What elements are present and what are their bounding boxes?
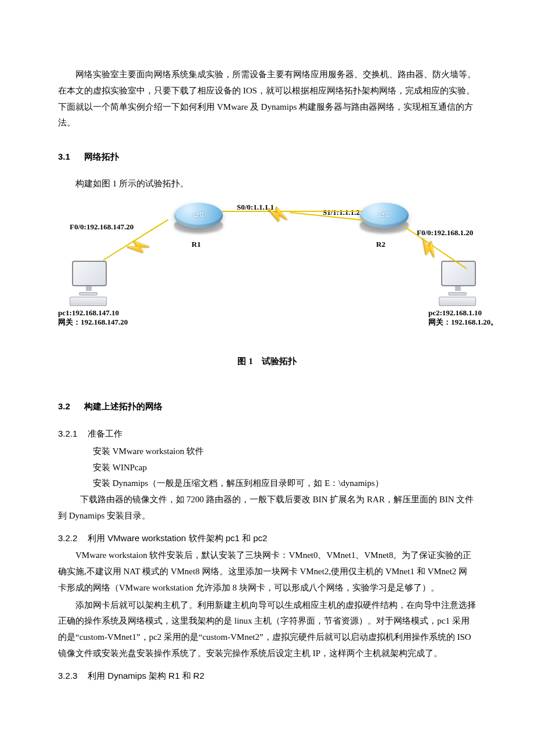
bolt-icon: ⚡ [262, 203, 294, 225]
r1-name-label: R1 [192, 237, 201, 251]
s322-paragraph-2: 添加网卡后就可以架构主机了。利用新建主机向导可以生成相应主机的虚拟硬件结构，在向… [58, 597, 476, 662]
prep-item: 安装 Dynamips（一般是压缩文档，解压到相应目录即可，如 E：\dynam… [58, 476, 476, 492]
topology-diagram: ⇄⇅ F0/0:192.168.147.20 R1 S0/0:1.1.1.1 ⇄… [58, 203, 476, 336]
r1-f00-label: F0/0:192.168.147.20 [70, 220, 134, 234]
router-r1: ⇄⇅ [174, 203, 223, 228]
heading-number: 3.2.3 [58, 671, 77, 681]
heading-title: 构建上述拓扑的网络 [84, 402, 163, 411]
pc2 [439, 261, 479, 306]
prep-item: 安装 WINPcap [58, 460, 476, 476]
heading-3-2-2: 3.2.2 利用 VMware workstation 软件架构 pc1 和 p… [58, 530, 476, 547]
document-page: 网络实验室主要面向网络系统集成实验，所需设备主要有网络应用服务器、交换机、路由器… [0, 0, 534, 756]
intro-paragraph: 网络实验室主要面向网络系统集成实验，所需设备主要有网络应用服务器、交换机、路由器… [58, 67, 476, 131]
s321-paragraph: 下载路由器的镜像文件，如 7200 路由器的，一般下载后要改 BIN 扩展名为 … [58, 492, 476, 524]
heading-title: 网络拓扑 [84, 152, 119, 161]
router-r2: ⇄⇅ [360, 203, 409, 228]
heading-number: 3.2 [58, 401, 70, 411]
heading-number: 3.1 [58, 152, 70, 161]
heading-title: 准备工作 [88, 429, 122, 438]
r2-name-label: R2 [376, 237, 385, 251]
s322-paragraph-1: VMware workstaion 软件安装后，默认安装了三块网卡：VMnet0… [58, 548, 476, 596]
heading-number: 3.2.1 [58, 429, 77, 438]
prep-item: 安装 VMware workstaion 软件 [58, 444, 476, 460]
figure-caption: 图 1 试验拓扑 [58, 354, 476, 370]
pc1 [70, 261, 110, 306]
heading-3-2-1: 3.2.1 准备工作 [58, 426, 476, 442]
heading-3-1: 3.1 网络拓扑 [58, 149, 476, 165]
bolt-icon: ⚡ [119, 229, 158, 264]
s31-paragraph: 构建如图 1 所示的试验拓扑。 [58, 176, 476, 192]
heading-title: 利用 Dynamips 架构 R1 和 R2 [88, 671, 204, 681]
heading-3-2: 3.2 构建上述拓扑的网络 [58, 398, 476, 415]
pc2-gw-label: 网关：192.168.1.20。 [428, 315, 498, 329]
pc1-gw-label: 网关：192.168.147.20 [58, 315, 128, 329]
heading-title: 利用 VMware workstation 软件架构 pc1 和 pc2 [88, 533, 267, 543]
heading-number: 3.2.2 [58, 533, 77, 543]
heading-3-2-3: 3.2.3 利用 Dynamips 架构 R1 和 R2 [58, 668, 476, 685]
